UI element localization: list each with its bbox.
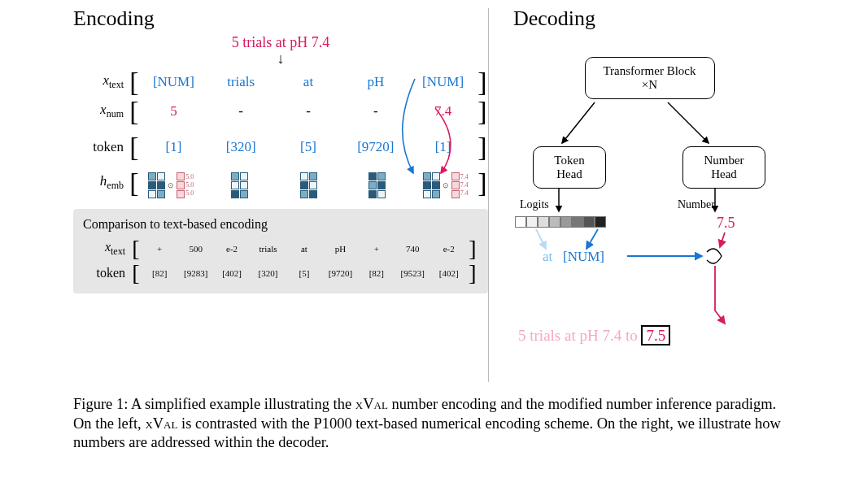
right-bracket-icon: ]: [477, 70, 488, 94]
row-hemb: hemb [ ⊙ 5.05.05.0: [73, 168, 488, 198]
caption-xval: xVal: [145, 415, 177, 432]
number-label: Number: [678, 198, 715, 211]
comp-label-token: token: [83, 266, 125, 280]
down-arrow-icon: ↓: [73, 53, 488, 64]
output-box: 7.5: [641, 325, 670, 345]
xtext-cell: [NUM]: [409, 74, 477, 90]
hemb-cell: ⊙ 5.05.05.0: [140, 168, 202, 198]
hemb-cell: [208, 168, 270, 198]
token-cell: [1]: [409, 139, 477, 155]
encoding-rows: xtext [ [NUM] trials at pH [NUM] ] x: [73, 67, 488, 198]
decoding-panel: Decoding: [489, 0, 786, 384]
comp-token-cell: [9523]: [395, 268, 430, 278]
xtext-cell: [NUM]: [140, 74, 207, 90]
comp-row-token: token [ [82] [9283] [402] [320] [5] [972…: [83, 261, 478, 285]
row-label-xtext: xtext: [73, 72, 124, 91]
caption-xval: xVal: [355, 396, 388, 412]
xtext-cell: pH: [342, 74, 409, 90]
comp-token-cell: [82]: [142, 268, 177, 278]
argmax-at: at: [543, 249, 552, 264]
comp-xtext-cell: 740: [395, 244, 430, 254]
xnum-sub: num: [107, 109, 124, 120]
embedding-icon: [300, 172, 317, 198]
decoding-title: Decoding: [513, 7, 786, 31]
argmax-numtoken: [NUM]: [563, 249, 604, 264]
comp-token-cell: [320]: [250, 268, 286, 278]
comp-row-xtext: xtext [ + 500 e-2 trials at pH + 740 e-2: [83, 237, 478, 261]
encoding-title: Encoding: [73, 7, 488, 31]
xtext-cell: trials: [207, 74, 275, 90]
comp-xtext-cell: 500: [177, 244, 213, 254]
embedding-icon: ⊙ 7.47.47.4: [423, 172, 469, 198]
transformer-block: Transformer Block ×N: [585, 57, 715, 99]
comp-xtext-cell: +: [142, 244, 177, 254]
svg-line-1: [668, 102, 709, 143]
row-label-hemb: hemb: [73, 173, 124, 192]
logits-label: Logits: [520, 198, 549, 211]
comp-xtext-cell: pH: [322, 244, 358, 254]
token-cell: [5]: [275, 139, 342, 155]
comp-token-cell: [9720]: [322, 268, 358, 278]
comp-xtext-cell: trials: [250, 244, 286, 254]
decoding-stack: Transformer Block ×N Token Head Number H…: [513, 34, 786, 384]
comp-token-cell: [402]: [214, 268, 250, 278]
row-token: token [ [1] [320] [5] [9720] [1] ]: [73, 133, 488, 162]
hemb-cell: ⊙ 7.47.47.4: [415, 168, 477, 198]
token-head: Token Head: [533, 146, 606, 189]
output-sentence: 5 trials at pH 7.4 to 7.5: [518, 327, 670, 345]
right-bracket-icon: ]: [477, 135, 488, 159]
left-bracket-icon: [: [129, 171, 140, 195]
output-prefix: 5 trials at pH 7.4 to: [518, 327, 641, 344]
left-bracket-icon: [: [129, 135, 140, 159]
row-label-xnum: xnum: [73, 102, 124, 120]
encoding-input-sentence: 5 trials at pH 7.4: [73, 34, 488, 51]
xnum-cell: -: [207, 103, 275, 119]
number-head: Number Head: [682, 146, 765, 189]
caption-text: is contrasted with the P1000 text-based …: [73, 415, 781, 451]
comp-xtext-cell: e-2: [214, 244, 250, 254]
logits-strip: [515, 216, 606, 228]
token-cell: [1]: [140, 139, 207, 155]
comp-xtext-cell: +: [359, 244, 395, 254]
left-bracket-icon: [: [130, 261, 142, 285]
hemb-sub: emb: [107, 180, 124, 192]
embedding-icon: ⊙ 5.05.05.0: [148, 172, 194, 198]
hemb-cell: [346, 168, 408, 198]
row-label-token: token: [73, 139, 124, 155]
xtext-var: x: [102, 72, 109, 88]
hemb-cell: [277, 168, 339, 198]
svg-line-5: [586, 229, 598, 249]
number-output: 7.5: [717, 215, 735, 232]
comparison-title: Comparison to text-based encoding: [83, 217, 478, 232]
token-cell: [9720]: [342, 139, 409, 155]
comp-xtext-cell: e-2: [431, 244, 467, 254]
svg-line-0: [562, 102, 595, 143]
xtext-sub: text: [109, 80, 124, 91]
figure-columns: Encoding 5 trials at pH 7.4 ↓: [73, 0, 786, 384]
comp-xtext-cell: at: [286, 244, 322, 254]
xnum-cell: -: [342, 103, 409, 119]
encoding-panel: Encoding 5 trials at pH 7.4 ↓: [73, 0, 488, 384]
comp-token-cell: [5]: [286, 268, 322, 278]
figure-caption: Figure 1: A simplified example illustrat…: [73, 395, 786, 453]
right-bracket-icon: ]: [477, 99, 488, 124]
left-bracket-icon: [: [129, 70, 140, 94]
svg-line-4: [536, 229, 546, 249]
comp-label-xtext: xtext: [83, 240, 125, 258]
caption-text: A simplified example illustrating the: [131, 396, 355, 412]
token-cell: [320]: [207, 139, 275, 155]
left-bracket-icon: [: [130, 237, 142, 261]
xnum-var: x: [100, 102, 107, 117]
comp-token-cell: [402]: [431, 268, 467, 278]
caption-label: Figure 1:: [73, 396, 128, 412]
hadamard-icon: ⊙: [443, 181, 449, 189]
xnum-cell: 5: [140, 103, 207, 119]
svg-line-7: [720, 232, 725, 247]
row-x-num: xnum [ 5 - - - 7.4 ]: [73, 97, 488, 126]
right-bracket-icon: ]: [467, 237, 478, 261]
figure-1: Encoding 5 trials at pH 7.4 ↓: [73, 0, 786, 453]
hadamard-icon: ⊙: [168, 181, 174, 189]
embedding-icon: [368, 172, 386, 198]
xnum-cell: 7.4: [409, 103, 477, 119]
row-x-text: xtext [ [NUM] trials at pH [NUM] ]: [73, 67, 488, 97]
